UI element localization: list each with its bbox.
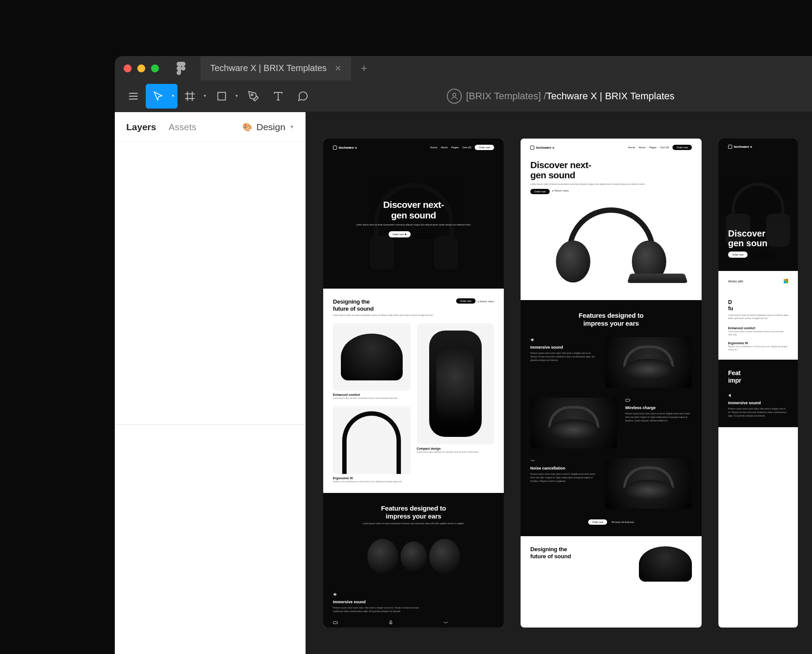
window-controls <box>124 64 159 72</box>
app-body: Layers Assets 🎨 Design ▼ <box>115 112 812 654</box>
play-icon <box>755 254 756 256</box>
logo-mark-icon <box>530 146 534 150</box>
shape-tool[interactable]: ▼ <box>209 84 241 109</box>
menu-button[interactable] <box>121 84 146 109</box>
earcup-illustration <box>556 241 590 282</box>
case-illustration <box>429 331 482 437</box>
hero-order-button: Order now <box>389 231 411 237</box>
user-avatar-icon[interactable] <box>447 89 462 104</box>
section-designing: Designing thefuture of sound Lorem ipsum… <box>323 289 504 493</box>
file-tab[interactable]: Techware X | BRIX Templates ✕ <box>200 56 351 80</box>
maximize-window-button[interactable] <box>151 64 159 72</box>
feat-desc: Pretium quam tortor tortor dolor. Nisi a… <box>728 407 788 417</box>
artboard-home-v3[interactable]: techware x Discovergen soun Order now Wa… <box>718 139 798 628</box>
feature-desc: Lorem ipsum dolor sit amet consectetur r… <box>333 397 411 400</box>
feat-title: Wireless charge <box>625 406 692 410</box>
watch-link: ▸ Watch video <box>478 300 494 303</box>
features-title: Featimpr <box>728 369 788 384</box>
nav-home: Home <box>628 146 635 149</box>
works-with-label: Works with <box>728 280 743 283</box>
feature-image <box>605 458 692 509</box>
feature-image <box>417 323 495 444</box>
feature-desc: Pretium quam tortor tortor dolor. Nisi a… <box>333 606 430 613</box>
feature-row-immersive: Immersive sound Pretium quam tortor tort… <box>530 337 692 388</box>
svg-rect-8 <box>218 92 225 100</box>
features-title: Features designed toimpress your ears <box>333 504 494 520</box>
hero-title: Discover next-gen sound <box>343 199 484 221</box>
sound-icon <box>333 592 338 597</box>
play-icon <box>418 233 419 235</box>
tab-bar: Techware X | BRIX Templates ✕ + <box>200 56 377 80</box>
chevron-down-icon: ▼ <box>171 94 175 98</box>
nav-home: Home <box>430 146 437 149</box>
chevron-down-icon: ▼ <box>203 94 207 98</box>
artboard-home-v1[interactable]: techware x Home About Pages Cart (0) Ord… <box>323 139 504 628</box>
features-cta: Order now Browse all features <box>530 519 692 525</box>
feature-desc: Tempus nunc condimentum ut dui et acros … <box>333 481 411 484</box>
tab-assets[interactable]: Assets <box>169 122 196 132</box>
wave-icon <box>530 458 536 463</box>
feature-row-wireless: Wireless charge Pretium quam tortor tort… <box>530 398 692 448</box>
breadcrumb[interactable]: [BRIX Templates] /Techware X | BRIX Temp… <box>466 90 675 102</box>
hero-subtitle: Lorem ipsum dolor sit amet consectetur c… <box>530 183 692 185</box>
tab-layers[interactable]: Layers <box>126 122 156 132</box>
panel-divider <box>115 425 306 425</box>
template-nav: techware x Home About Pages Cart (0) Ord… <box>530 145 692 150</box>
order-button: Order now <box>728 252 748 258</box>
svg-rect-15 <box>390 620 392 623</box>
features-title: Features designed toimpress your ears <box>530 312 692 327</box>
svg-rect-16 <box>626 399 630 402</box>
section-designing-2: Designing thefuture of sound <box>521 536 702 583</box>
hero-cta: Order now Watch video <box>343 231 484 237</box>
nav-order-button: Order now <box>672 145 692 150</box>
nav-links: Home About Pages Cart (0) Order now <box>628 145 692 150</box>
feature-desc: Tempus nunc condimentum ut dui et acros … <box>728 346 788 352</box>
titlebar: Techware X | BRIX Templates ✕ + <box>115 56 812 80</box>
hero-cta: Order now Watch video <box>728 252 798 258</box>
frame-tool[interactable]: ▼ <box>178 84 209 109</box>
comment-tool[interactable] <box>291 84 315 109</box>
section-features-partial: Featimpr Immersive sound Pretium quam to… <box>718 360 798 428</box>
toolbar-center: [BRIX Templates] /Techware X | BRIX Temp… <box>315 89 806 104</box>
move-tool[interactable]: ▼ <box>146 84 178 109</box>
section-designing-3: Dfu Lorem ipsum dolor sit amet consectet… <box>718 291 798 360</box>
hero-cta: Order now ▸ Watch video <box>530 189 692 194</box>
minimize-window-button[interactable] <box>137 64 145 72</box>
new-tab-button[interactable]: + <box>351 56 377 80</box>
canvas[interactable]: techware x Home About Pages Cart (0) Ord… <box>306 112 812 654</box>
sound-icon <box>728 393 733 398</box>
feature-title: Ergonomic fit <box>728 342 788 345</box>
cushion-illustration <box>341 334 403 381</box>
layers-list[interactable] <box>115 142 306 654</box>
template-logo: techware x <box>333 146 357 150</box>
feature-triple-grid: Wireless charge Tempus nunc condimentum … <box>333 620 494 628</box>
dock-illustration <box>627 274 687 283</box>
battery-icon <box>333 620 338 625</box>
mini-card-noise: Noise cancellation Lorem ipsum dolor sit… <box>443 620 494 628</box>
text-tool[interactable] <box>266 84 291 109</box>
headband-illustration <box>342 411 401 474</box>
pen-tool[interactable] <box>241 84 266 109</box>
hero-subtitle: Lorem ipsum dolor sit amet consectetur c… <box>343 223 484 227</box>
toolbar: ▼ ▼ ▼ [BRIX Templates] /Techware X | BRI… <box>115 80 812 112</box>
section-features: Features designed toimpress your ears Lo… <box>323 493 504 628</box>
sound-icon <box>530 337 536 342</box>
close-window-button[interactable] <box>124 64 132 72</box>
chevron-down-icon: ▼ <box>235 94 238 98</box>
nav-about: About <box>441 146 448 149</box>
palette-icon: 🎨 <box>242 122 252 132</box>
hero: Discover next-gen sound Lorem ipsum dolo… <box>333 150 494 282</box>
section-hero-dark: techware x Discovergen soun Order now Wa… <box>718 139 798 271</box>
feature-image <box>333 406 411 474</box>
breadcrumb-file: Techware X | BRIX Templates <box>546 90 674 101</box>
nav-pages: Pages <box>451 146 459 149</box>
watch-button: Watch video <box>750 252 775 258</box>
feat-desc: Pretium quam tortor tortor dolor at vita… <box>530 472 597 483</box>
pages-dropdown[interactable]: 🎨 Design ▼ <box>242 122 294 132</box>
feat-desc: Pretium quam tortor tortor dolor at vita… <box>625 412 692 422</box>
panel-tabs: Layers Assets 🎨 Design ▼ <box>115 112 306 142</box>
feature-row-noise: Noise cancellation Pretium quam tortor t… <box>530 458 692 509</box>
figma-logo-icon[interactable] <box>177 60 187 76</box>
artboard-home-v2[interactable]: techware x Home About Pages Cart (0) Ord… <box>521 139 702 628</box>
close-tab-icon[interactable]: ✕ <box>335 64 341 73</box>
